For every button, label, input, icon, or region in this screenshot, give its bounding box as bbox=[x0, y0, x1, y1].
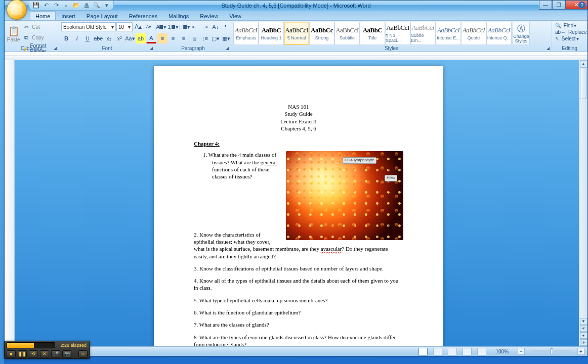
word-window: 💾 ↶ ↷ ▫ 📂 🖶 🔍 ▾ Study Guide ch. 4, 5,6 [… bbox=[4, 0, 588, 356]
font-dialog-launcher[interactable]: ◢ bbox=[149, 46, 154, 51]
font-color-icon[interactable]: A bbox=[146, 33, 156, 43]
save-icon[interactable]: 💾 bbox=[32, 2, 39, 9]
style-item-strong[interactable]: AaBbCcStrong bbox=[309, 22, 334, 45]
underline-icon[interactable]: U bbox=[82, 33, 93, 43]
align-center-icon[interactable]: ≡ bbox=[168, 33, 178, 43]
italic-icon[interactable]: I bbox=[72, 33, 82, 43]
recorder-restart-icon[interactable]: ⟲ bbox=[29, 350, 38, 357]
tab-references[interactable]: References bbox=[123, 11, 163, 20]
align-left-icon[interactable]: ≡ bbox=[157, 33, 167, 43]
ruler-vertical[interactable] bbox=[5, 60, 15, 346]
clipboard-dialog-launcher[interactable]: ◢ bbox=[53, 46, 58, 51]
prev-page-icon[interactable]: ≪ bbox=[580, 325, 587, 332]
bullets-icon[interactable]: ≣▾ bbox=[157, 22, 167, 32]
font-size-combo[interactable]: 10▾ bbox=[116, 22, 133, 31]
tab-mailings[interactable]: Mailings bbox=[163, 11, 194, 20]
font-name-combo[interactable]: Bookman Old Style▾ bbox=[61, 22, 116, 31]
justify-icon[interactable]: ≣ bbox=[189, 33, 199, 43]
undo-icon[interactable]: ↶ bbox=[43, 2, 50, 9]
style-item--normal[interactable]: AaBbCcI¶ Normal bbox=[284, 22, 309, 45]
superscript-icon[interactable]: x² bbox=[114, 33, 124, 43]
scroll-thumb[interactable] bbox=[580, 69, 586, 99]
minimize-button[interactable]: — bbox=[539, 1, 552, 10]
decrease-indent-icon[interactable]: ⇤ bbox=[189, 22, 199, 32]
style-item-title[interactable]: AaBbCTitle bbox=[360, 22, 385, 45]
embedded-image[interactable]: CD4 lymphocyte HIVs bbox=[286, 151, 403, 240]
style-item-subtle-em-[interactable]: AaBbCcISubtle Em... bbox=[410, 22, 436, 45]
change-styles-button[interactable]: Ⓐ Change Styles bbox=[513, 22, 530, 45]
subscript-icon[interactable]: x₂ bbox=[104, 33, 114, 43]
view-outline-icon[interactable] bbox=[463, 348, 472, 355]
find-button[interactable]: 🔍 Find ▾ bbox=[555, 23, 587, 28]
help-icon[interactable]: ? bbox=[578, 2, 585, 9]
recorder-mic-icon[interactable]: 🎤 bbox=[51, 350, 60, 357]
zoom-slider[interactable] bbox=[531, 350, 571, 352]
redo-icon[interactable]: ↷ bbox=[53, 2, 60, 9]
zoom-in-button[interactable]: + bbox=[577, 348, 584, 355]
ruler-horizontal[interactable] bbox=[5, 52, 587, 60]
paste-button[interactable]: 📋 Paste bbox=[7, 22, 20, 46]
maximize-button[interactable]: ❐ bbox=[552, 1, 565, 10]
new-doc-icon[interactable]: ▫ bbox=[63, 2, 70, 9]
show-marks-icon[interactable]: ¶ bbox=[221, 22, 231, 32]
document-page[interactable]: NAS 161 Study Guide Lecture Exam II Chap… bbox=[154, 67, 443, 346]
styles-dialog-launcher[interactable]: ◢ bbox=[545, 46, 551, 51]
next-page-icon[interactable]: ≫ bbox=[580, 339, 587, 346]
view-draft-icon[interactable] bbox=[477, 348, 486, 355]
zoom-slider-thumb[interactable] bbox=[550, 348, 553, 354]
view-print-layout-icon[interactable] bbox=[418, 348, 428, 355]
tab-view[interactable]: View bbox=[224, 11, 247, 20]
tab-review[interactable]: Review bbox=[194, 11, 224, 20]
shrink-font-icon[interactable]: A▾ bbox=[144, 22, 154, 32]
style-item-emphasis[interactable]: AaBbCcIEmphasis bbox=[233, 22, 259, 45]
style-item-intense-e-[interactable]: AaBbCcIIntense E... bbox=[436, 22, 461, 45]
numbering-icon[interactable]: 1≣▾ bbox=[168, 22, 178, 32]
style-item-subtitle[interactable]: AaBbCcISubtitle bbox=[334, 22, 360, 45]
recorder-settings-icon[interactable]: ☺ bbox=[78, 350, 88, 357]
tab-insert[interactable]: Insert bbox=[56, 11, 81, 20]
title-bar: 💾 ↶ ↷ ▫ 📂 🖶 🔍 ▾ Study Guide ch. 4, 5,6 [… bbox=[5, 1, 587, 11]
strikethrough-icon[interactable]: abc bbox=[93, 33, 103, 43]
recorder-delete-icon[interactable]: ✕ bbox=[40, 350, 49, 357]
sort-icon[interactable]: A↓ bbox=[211, 22, 221, 32]
shading-icon[interactable]: ▢▾ bbox=[211, 33, 221, 43]
change-case-icon[interactable]: Aa▾ bbox=[125, 33, 135, 43]
style-item-quote[interactable]: AaBbCcIQuote bbox=[461, 22, 486, 45]
tab-page-layout[interactable]: Page Layout bbox=[81, 11, 123, 20]
borders-icon[interactable]: ▦▾ bbox=[221, 33, 231, 43]
scroll-up-icon[interactable]: ▲ bbox=[580, 60, 587, 68]
highlight-icon[interactable]: ab bbox=[136, 33, 146, 43]
zoom-level[interactable]: 100% bbox=[495, 349, 509, 354]
quick-print-icon[interactable]: 🖶 bbox=[83, 2, 90, 9]
grow-font-icon[interactable]: A▴ bbox=[133, 22, 143, 32]
style-item-intense-q-[interactable]: AaBbCcIIntense Q... bbox=[486, 22, 512, 45]
vertical-scrollbar[interactable]: ▲ ▼ ≪ ● ≫ bbox=[579, 60, 587, 346]
recorder-pause-icon[interactable]: ❚❚ bbox=[18, 350, 27, 357]
style-item-heading-1[interactable]: AaBbCHeading 1 bbox=[259, 22, 284, 45]
scroll-down-icon[interactable]: ▼ bbox=[580, 318, 587, 325]
screen-recorder-bar[interactable]: 2:28 elapsed ■ ❚❚ ⟲ ✕ 🎤 📷 ☺ bbox=[4, 341, 90, 359]
zoom-out-button[interactable]: − bbox=[518, 348, 525, 355]
browse-object-icon[interactable]: ● bbox=[580, 332, 587, 339]
increase-indent-icon[interactable]: ⇥ bbox=[200, 22, 210, 32]
view-full-screen-icon[interactable] bbox=[433, 348, 442, 355]
paragraph-dialog-launcher[interactable]: ◢ bbox=[225, 46, 230, 51]
style-gallery[interactable]: AaBbCcIEmphasisAaBbCHeading 1AaBbCcI¶ No… bbox=[233, 22, 512, 45]
recorder-stop-icon[interactable]: ■ bbox=[7, 350, 16, 357]
tab-home[interactable]: Home bbox=[30, 11, 56, 20]
line-spacing-icon[interactable]: ↕≡ bbox=[200, 33, 210, 43]
office-button[interactable] bbox=[7, 0, 27, 20]
bold-icon[interactable]: B bbox=[61, 33, 71, 43]
multilevel-list-icon[interactable]: ⋮≣▾ bbox=[179, 22, 189, 32]
recorder-webcam-icon[interactable]: 📷 bbox=[62, 350, 71, 357]
qat-customize-icon[interactable]: ▾ bbox=[103, 2, 110, 9]
copy-icon[interactable]: ⧉ bbox=[21, 32, 31, 42]
view-web-layout-icon[interactable] bbox=[448, 348, 457, 355]
replace-button[interactable]: ab↔ Replace bbox=[555, 29, 587, 35]
open-icon[interactable]: 📂 bbox=[73, 2, 80, 9]
select-button[interactable]: ↖ Select ▾ bbox=[555, 36, 587, 41]
align-right-icon[interactable]: ≡ bbox=[179, 33, 189, 43]
cut-icon[interactable]: ✂ bbox=[21, 22, 31, 32]
print-preview-icon[interactable]: 🔍 bbox=[93, 2, 100, 9]
style-item--no-spaci-[interactable]: AaBbCcI¶ No Spaci... bbox=[385, 22, 410, 45]
